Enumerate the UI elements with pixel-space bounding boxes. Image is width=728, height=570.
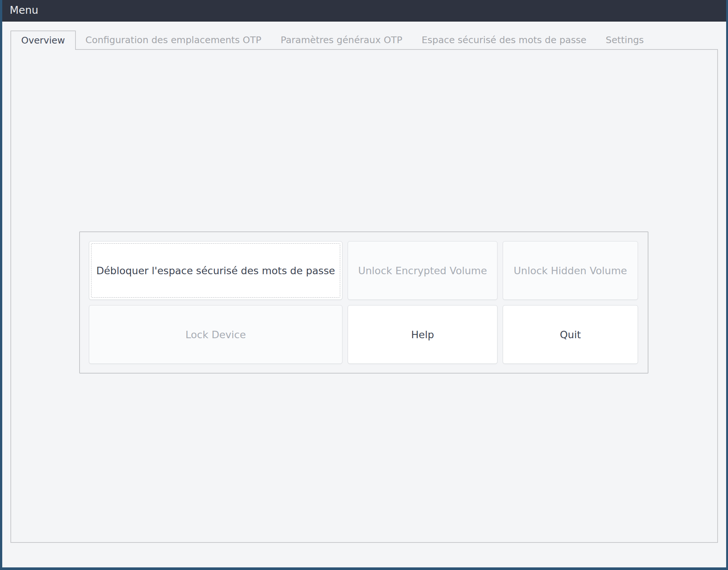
tab-content-pane: Débloquer l'espace sécurisé des mots de …	[10, 49, 718, 543]
help-button[interactable]: Help	[348, 305, 497, 364]
tab-otp-slot-configuration[interactable]: Configuration des emplacements OTP	[76, 31, 271, 49]
menu-bar: Menu	[2, 0, 726, 22]
tab-password-safe[interactable]: Espace sécurisé des mots de passe	[412, 31, 596, 49]
unlock-encrypted-volume-button: Unlock Encrypted Volume	[348, 241, 497, 300]
lock-device-button: Lock Device	[89, 305, 342, 364]
device-actions-grid: Débloquer l'espace sécurisé des mots de …	[89, 241, 638, 364]
main-content: Overview Configuration des emplacements …	[2, 31, 726, 543]
unlock-password-safe-button[interactable]: Débloquer l'espace sécurisé des mots de …	[89, 241, 342, 300]
tab-bar: Overview Configuration des emplacements …	[10, 31, 726, 49]
unlock-hidden-volume-button: Unlock Hidden Volume	[503, 241, 638, 300]
menu-item-menu[interactable]: Menu	[2, 0, 46, 21]
app-window: Menu Overview Configuration des emplacem…	[0, 0, 728, 570]
tab-overview[interactable]: Overview	[10, 31, 76, 50]
tab-otp-general-settings[interactable]: Paramètres généraux OTP	[271, 31, 412, 49]
tab-settings[interactable]: Settings	[596, 31, 654, 49]
device-actions-group: Débloquer l'espace sécurisé des mots de …	[79, 231, 648, 374]
quit-button[interactable]: Quit	[503, 305, 638, 364]
